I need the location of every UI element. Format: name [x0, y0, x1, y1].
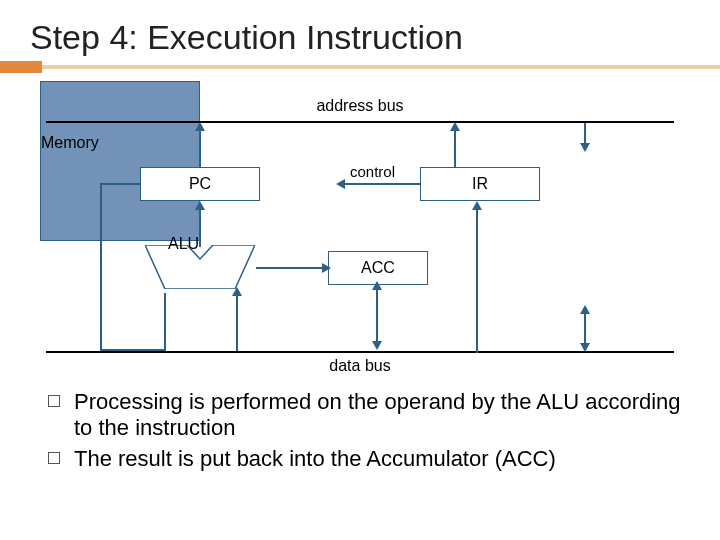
arrowhead-acc-data-d	[372, 341, 382, 350]
arrow-ir-data	[476, 209, 478, 353]
pc-box: PC	[140, 167, 260, 201]
arrowhead-ir-addr	[450, 122, 460, 131]
list-item: Processing is performed on the operand b…	[48, 389, 690, 442]
bullet-marker-icon	[48, 395, 60, 407]
list-item: The result is put back into the Accumula…	[48, 446, 690, 472]
arrowhead-pc-addr	[195, 122, 205, 131]
arrow-mem-data	[584, 311, 586, 347]
accent-block	[0, 61, 42, 73]
arrow-pc-left-v	[100, 183, 102, 295]
acc-box: ACC	[328, 251, 428, 285]
bullet-text: Processing is performed on the operand b…	[74, 389, 690, 442]
bullet-marker-icon	[48, 452, 60, 464]
arrowhead-acc-data-u	[372, 281, 382, 290]
arrow-alu-left-h	[100, 349, 166, 351]
arrowhead-mem-data-d	[580, 343, 590, 352]
arrow-ir-addr	[454, 129, 456, 167]
arrowhead-control	[336, 179, 345, 189]
arrowhead-mem-addr	[580, 143, 590, 152]
arrow-control	[344, 183, 420, 185]
arrowhead-mem-data-u	[580, 305, 590, 314]
ir-box: IR	[420, 167, 540, 201]
address-bus-label: address bus	[316, 97, 403, 115]
arrow-pc-addr	[199, 129, 201, 167]
arrow-acc-data	[376, 287, 378, 345]
accent-divider	[0, 65, 720, 69]
arrow-alu-left	[164, 293, 166, 351]
arrow-alu-acc	[256, 267, 326, 269]
alu-shape	[145, 245, 255, 289]
arrowhead-ir-data	[472, 201, 482, 210]
arrow-alu-left-v	[100, 293, 102, 351]
bullet-list: Processing is performed on the operand b…	[0, 381, 720, 472]
memory-label: Memory	[41, 134, 99, 151]
arrowhead-pc-down	[195, 201, 205, 210]
bullet-text: The result is put back into the Accumula…	[74, 446, 556, 472]
memory-box: Memory	[40, 81, 200, 241]
arrow-alu-right	[236, 293, 238, 351]
data-bus-label: data bus	[329, 357, 390, 375]
arrow-pc-down	[199, 209, 201, 247]
svg-marker-0	[145, 245, 255, 289]
cpu-diagram: address bus PC IR ACC Memory control ALU…	[40, 81, 680, 381]
arrow-pc-left-h	[100, 183, 140, 185]
alu-label: ALU	[168, 235, 199, 253]
arrowhead-alu-acc	[322, 263, 331, 273]
control-label: control	[350, 163, 395, 180]
arrowhead-alu-right	[232, 287, 242, 296]
page-title: Step 4: Execution Instruction	[0, 0, 720, 65]
address-bus-line	[46, 121, 674, 123]
